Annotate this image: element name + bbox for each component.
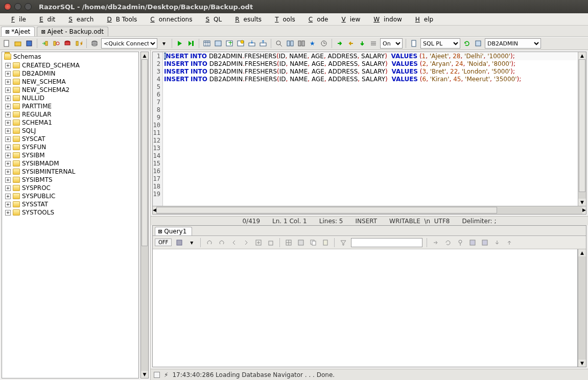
- export-icon[interactable]: [258, 39, 268, 48]
- nav-item-sysibm[interactable]: +SYSIBM: [2, 151, 138, 159]
- on-off-dropdown[interactable]: On: [380, 38, 403, 49]
- up-icon[interactable]: [505, 238, 514, 247]
- expand-icon[interactable]: +: [5, 185, 11, 191]
- expand-icon[interactable]: +: [5, 177, 11, 183]
- close-window-button[interactable]: [4, 3, 11, 10]
- dropdown-icon[interactable]: ▾: [187, 238, 196, 247]
- run-step-icon[interactable]: [186, 39, 196, 48]
- down-icon[interactable]: [492, 238, 502, 247]
- nav-item-sysstat[interactable]: +SYSSTAT: [2, 200, 138, 208]
- expand-icon[interactable]: +: [5, 161, 11, 167]
- nav-item-nullid[interactable]: +NULLID: [2, 94, 138, 102]
- nav-item-db2admin[interactable]: +DB2ADMIN: [2, 69, 138, 78]
- expand-icon[interactable]: +: [5, 153, 11, 158]
- nav-item-syspublic[interactable]: +SYSPUBLIC: [2, 192, 138, 200]
- new-file-icon[interactable]: [2, 39, 11, 48]
- list-icon[interactable]: [369, 39, 378, 48]
- nav-item-sysfun[interactable]: +SYSFUN: [2, 143, 138, 151]
- scroll-down-icon[interactable]: ▼: [578, 360, 586, 367]
- redo-icon[interactable]: [217, 238, 226, 247]
- table-edit-icon[interactable]: [214, 39, 223, 48]
- nav-item-schema1[interactable]: +SCHEMA1: [2, 118, 138, 127]
- menu-file[interactable]: File: [3, 14, 30, 25]
- db-tool-icon[interactable]: ★: [74, 39, 83, 48]
- menu-edit[interactable]: Edit: [31, 14, 59, 25]
- menu-db-tools[interactable]: DB Tools: [99, 14, 141, 25]
- quick-connect-dropdown[interactable]: <Quick Connect>: [101, 38, 157, 49]
- menu-help[interactable]: Help: [407, 14, 437, 25]
- navigator-tree[interactable]: Schemas +CREATED_SCHEMA+DB2ADMIN+NEW_SCH…: [2, 52, 139, 378]
- scroll-up-icon[interactable]: ▲: [141, 52, 148, 59]
- query-tab[interactable]: ⊠ Query1: [155, 227, 192, 235]
- nav-item-created_schema[interactable]: +CREATED_SCHEMA: [2, 61, 138, 69]
- scroll-track[interactable]: [578, 256, 586, 360]
- filter-icon[interactable]: [339, 238, 348, 247]
- menu-sql[interactable]: SQL: [197, 14, 226, 25]
- schema-dropdown[interactable]: DB2ADMIN: [485, 38, 541, 49]
- nav-item-sysproc[interactable]: +SYSPROC: [2, 184, 138, 192]
- history-icon[interactable]: [319, 39, 328, 48]
- import-icon[interactable]: [247, 39, 256, 48]
- table-info-icon[interactable]: [236, 39, 245, 48]
- scroll-up-icon[interactable]: ▲: [578, 52, 586, 59]
- nav-item-sysibmadm[interactable]: +SYSIBMADM: [2, 159, 138, 168]
- expand-icon[interactable]: +: [5, 71, 11, 77]
- menu-view[interactable]: View: [333, 14, 364, 25]
- copy-icon[interactable]: [309, 238, 318, 247]
- close-tab-icon[interactable]: ⊠: [6, 28, 9, 35]
- dropdown-icon[interactable]: ▾: [159, 39, 169, 48]
- delete-row-icon[interactable]: [266, 238, 275, 247]
- expand-icon[interactable]: +: [5, 120, 11, 126]
- document-tab[interactable]: ⊠ Ajeet - Backup.odt: [37, 27, 108, 36]
- refresh2-icon[interactable]: [443, 238, 453, 247]
- run-sql-icon[interactable]: [175, 39, 184, 48]
- scroll-thumb[interactable]: [156, 207, 497, 213]
- menu-tools[interactable]: Tools: [267, 14, 299, 25]
- open-file-icon[interactable]: [13, 39, 22, 48]
- scroll-left-icon[interactable]: ◀: [153, 206, 156, 213]
- db-cylinder-icon[interactable]: [90, 39, 99, 48]
- grid2-icon[interactable]: [296, 238, 305, 247]
- navigator-scrollbar[interactable]: ▲ ▼: [140, 52, 149, 378]
- next-icon[interactable]: [242, 238, 251, 247]
- nav-item-parttime[interactable]: +PARTTIME: [2, 102, 138, 110]
- doc-icon[interactable]: [409, 39, 418, 48]
- editor-vscrollbar[interactable]: ▲ ▼: [578, 52, 586, 206]
- refresh-icon[interactable]: [462, 39, 472, 48]
- grid-icon[interactable]: [284, 238, 293, 247]
- connect-icon[interactable]: [40, 39, 50, 48]
- expand-icon[interactable]: +: [5, 202, 11, 207]
- table-new-icon[interactable]: +: [225, 39, 234, 48]
- expand-icon[interactable]: +: [5, 63, 11, 68]
- expand-icon[interactable]: +: [5, 136, 11, 142]
- nav-item-sqlj[interactable]: +SQLJ: [2, 127, 138, 135]
- expand-icon[interactable]: +: [5, 96, 11, 101]
- menu-code[interactable]: Code: [300, 14, 333, 25]
- expand-icon[interactable]: +: [5, 104, 11, 109]
- nav-item-syscat[interactable]: +SYSCAT: [2, 135, 138, 143]
- expand-icon[interactable]: +: [5, 194, 11, 199]
- compare-icon[interactable]: [286, 39, 295, 48]
- code-area[interactable]: INSERT INTO DB2ADMIN.FRESHERS(ID, NAME, …: [163, 52, 578, 206]
- scroll-track[interactable]: [156, 206, 582, 214]
- scroll-up-icon[interactable]: ▲: [578, 249, 586, 256]
- expand-icon[interactable]: +: [5, 169, 11, 175]
- db-add-icon[interactable]: [63, 39, 72, 48]
- nav-item-systools[interactable]: +SYSTOOLS: [2, 208, 138, 217]
- arrow-down-icon[interactable]: [358, 39, 367, 48]
- expand-icon[interactable]: +: [5, 87, 11, 93]
- scroll-thumb[interactable]: [579, 59, 585, 192]
- scroll-track[interactable]: [578, 59, 586, 199]
- add-row-icon[interactable]: [254, 238, 263, 247]
- navigator-root[interactable]: Schemas: [2, 52, 138, 61]
- save-icon[interactable]: [25, 39, 34, 48]
- nav-item-sysibminternal[interactable]: +SYSIBMINTERNAL: [2, 168, 138, 176]
- table-icon[interactable]: [202, 39, 211, 48]
- save2-icon[interactable]: [468, 238, 477, 247]
- query-results-area[interactable]: [153, 249, 578, 367]
- scroll-right-icon[interactable]: ▶: [582, 206, 586, 213]
- close-tab-icon[interactable]: ⊠: [41, 28, 45, 35]
- scroll-down-icon[interactable]: ▼: [578, 199, 586, 206]
- nav-item-regular[interactable]: +REGULAR: [2, 110, 138, 118]
- scroll-track[interactable]: [141, 59, 148, 371]
